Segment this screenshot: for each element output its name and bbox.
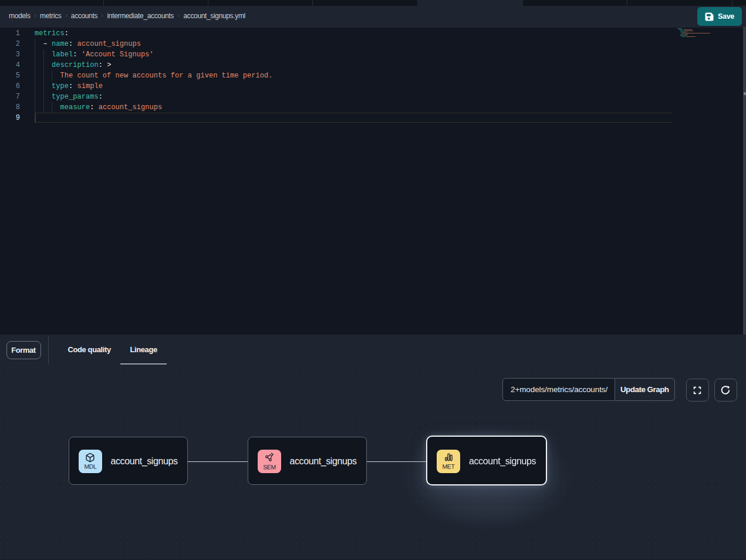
svg-text:SEM: SEM bbox=[263, 463, 276, 470]
svg-text:MDL: MDL bbox=[84, 463, 97, 469]
svg-text:MET: MET bbox=[443, 463, 455, 469]
